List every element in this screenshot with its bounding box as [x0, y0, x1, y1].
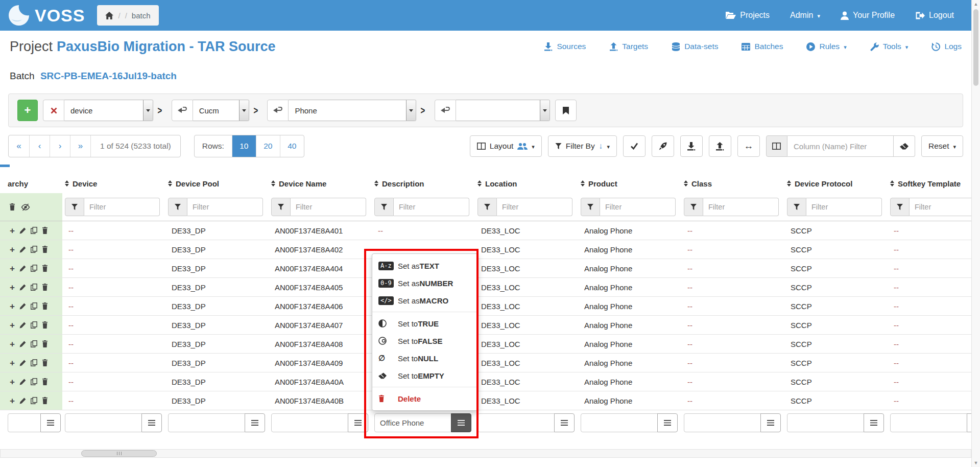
bulk-menu-button[interactable]	[554, 413, 575, 432]
column-header-softkey-template[interactable]: Softkey Template	[888, 179, 971, 188]
add-row-icon[interactable]: +	[10, 245, 15, 254]
column-name-filter-input[interactable]	[787, 135, 894, 157]
bulk-edit-input-device[interactable]	[65, 413, 142, 432]
eraser-icon[interactable]	[894, 135, 915, 157]
expand-columns-button[interactable]: ↔	[737, 135, 760, 157]
filter-input-softkey-template[interactable]	[910, 198, 971, 216]
copy-row-icon[interactable]	[31, 340, 37, 347]
previous-page-button[interactable]: ‹	[29, 135, 50, 157]
add-row-icon[interactable]: +	[10, 226, 15, 235]
bulk-edit-input-device-protocol[interactable]	[787, 413, 864, 432]
nav-sources[interactable]: Sources	[544, 42, 586, 51]
export-button[interactable]	[680, 135, 703, 157]
column-header-product[interactable]: Product	[578, 179, 681, 188]
bulk-menu-button[interactable]	[760, 413, 781, 432]
bulk-edit-input-device-pool[interactable]	[168, 413, 245, 432]
edit-row-icon[interactable]	[19, 246, 26, 253]
add-step-button[interactable]: +	[17, 100, 38, 121]
filter-input-device-name[interactable]	[291, 198, 366, 216]
filter-input-device-pool[interactable]	[187, 198, 263, 216]
column-header-class[interactable]: Class	[681, 179, 784, 188]
rows-option-10[interactable]: 10	[232, 135, 256, 157]
empty-select[interactable]	[456, 100, 550, 121]
filter-input-device[interactable]	[84, 198, 160, 216]
layout-button[interactable]: Layout ▾	[470, 135, 542, 157]
add-row-icon[interactable]: +	[10, 396, 15, 405]
rows-option-40[interactable]: 40	[280, 135, 304, 157]
copy-row-icon[interactable]	[31, 321, 37, 329]
bulk-edit-input-softkey-template[interactable]	[890, 413, 967, 432]
filter-input-location[interactable]	[497, 198, 572, 216]
copy-row-icon[interactable]	[31, 378, 37, 385]
bulk-menu-button[interactable]	[141, 413, 162, 432]
delete-rows-icon[interactable]	[9, 203, 15, 211]
menu-delete[interactable]: Delete	[372, 390, 477, 407]
nav-projects[interactable]: Projects	[725, 11, 770, 20]
batch-name[interactable]: SRC-PB-EMEA-16Jul19-batch	[40, 71, 177, 81]
column-header-device-protocol[interactable]: Device Protocol	[784, 179, 888, 188]
nav-logout[interactable]: Logout	[915, 11, 954, 20]
add-row-icon[interactable]: +	[10, 321, 15, 330]
delete-row-icon[interactable]	[42, 246, 48, 253]
bulk-menu-button[interactable]	[451, 413, 471, 432]
hide-rows-icon[interactable]	[21, 203, 30, 211]
bookmark-button[interactable]	[555, 100, 577, 121]
cucm-select[interactable]: Cucm	[193, 100, 249, 121]
delete-row-icon[interactable]	[42, 378, 48, 385]
nav-logs[interactable]: Logs	[931, 42, 962, 51]
bulk-menu-button[interactable]	[348, 413, 368, 432]
bulk-menu-button[interactable]	[657, 413, 678, 432]
menu-set-to-empty[interactable]: Set to EMPTY	[372, 367, 477, 384]
copy-row-icon[interactable]	[31, 265, 37, 272]
filter-input-class[interactable]	[703, 198, 779, 216]
remove-step-button[interactable]	[43, 100, 64, 121]
column-header-description[interactable]: Description	[372, 179, 475, 188]
filter-input-product[interactable]	[600, 198, 676, 216]
menu-set-as-text[interactable]: A-z Set as TEXT	[372, 257, 477, 274]
bulk-menu-button[interactable]	[40, 413, 61, 432]
edit-row-icon[interactable]	[19, 398, 26, 404]
step-into-button[interactable]	[267, 100, 289, 121]
add-row-icon[interactable]: +	[10, 359, 15, 367]
column-header-device-name[interactable]: Device Name	[269, 179, 372, 188]
bulk-menu-button[interactable]	[967, 413, 971, 432]
step-into-button[interactable]	[172, 100, 193, 121]
delete-row-icon[interactable]	[42, 227, 48, 234]
horizontal-scrollbar-thumb[interactable]	[81, 450, 157, 457]
add-row-icon[interactable]: +	[10, 302, 15, 311]
last-page-button[interactable]: »	[70, 135, 90, 157]
reset-button[interactable]: Reset ▾	[921, 135, 963, 157]
funnel-icon[interactable]	[65, 198, 84, 216]
copy-row-icon[interactable]	[31, 359, 37, 366]
scroll-down-arrow[interactable]: ▼	[972, 459, 980, 467]
scroll-up-arrow[interactable]: ▲	[972, 0, 980, 8]
edit-row-icon[interactable]	[19, 379, 26, 385]
funnel-icon[interactable]	[477, 198, 497, 216]
bulk-edit-input-location[interactable]	[477, 413, 555, 432]
copy-row-icon[interactable]	[31, 397, 37, 404]
import-button[interactable]	[709, 135, 731, 157]
edit-row-icon[interactable]	[19, 227, 26, 234]
filter-by-button[interactable]: Filter By ↓ ▾	[548, 135, 617, 157]
bulk-edit-input-description[interactable]	[374, 413, 451, 432]
nav-your-profile[interactable]: Your Profile	[841, 11, 895, 20]
voss-logo[interactable]: VOSS	[7, 4, 85, 27]
add-row-icon[interactable]: +	[10, 378, 15, 386]
column-header-device-pool[interactable]: Device Pool	[165, 179, 269, 188]
nav-data-sets[interactable]: Data-sets	[672, 42, 718, 51]
nav-admin[interactable]: Admin ▾	[790, 11, 820, 20]
next-page-button[interactable]: ›	[50, 135, 70, 157]
apply-button[interactable]	[623, 135, 646, 157]
edit-row-icon[interactable]	[19, 303, 26, 310]
nav-tools[interactable]: Tools ▾	[870, 42, 909, 51]
add-row-icon[interactable]: +	[10, 283, 15, 292]
funnel-icon[interactable]	[168, 198, 187, 216]
add-row-icon[interactable]: +	[10, 264, 15, 273]
copy-row-icon[interactable]	[31, 302, 37, 310]
filter-input-device-protocol[interactable]	[806, 198, 882, 216]
copy-row-icon[interactable]	[31, 284, 37, 291]
home-icon[interactable]	[105, 12, 113, 19]
funnel-icon[interactable]	[787, 198, 806, 216]
run-button[interactable]	[652, 135, 674, 157]
phone-select[interactable]: Phone	[289, 100, 416, 121]
